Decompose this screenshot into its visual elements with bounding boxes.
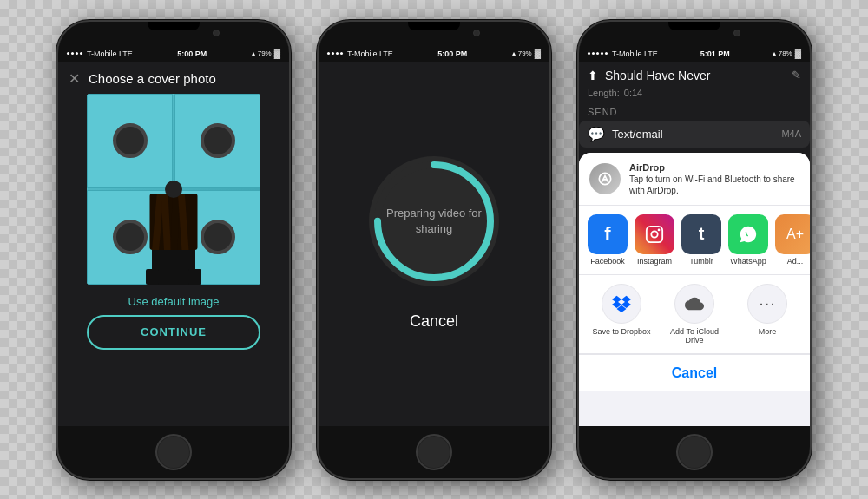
facebook-label: Facebook: [590, 257, 625, 266]
svg-rect-4: [647, 227, 662, 242]
app-more[interactable]: A+ Ad...: [775, 214, 810, 266]
length-row: Length: 0:14: [579, 88, 810, 103]
instagram-label: Instagram: [637, 257, 672, 266]
airdrop-row[interactable]: AirDrop Tap to turn on Wi-Fi and Bluetoo…: [579, 153, 810, 206]
close-button[interactable]: ✕: [69, 70, 80, 87]
icloud-label: Add To iCloud Drive: [661, 327, 728, 345]
status-carrier-3: T-Mobile LTE: [588, 49, 658, 58]
cancel-button-2[interactable]: Cancel: [410, 312, 458, 331]
dropbox-label: Save to Dropbox: [592, 327, 650, 336]
action-more[interactable]: ··· More: [733, 284, 801, 345]
phone-1: T-Mobile LTE 5:00 PM ▴ 79% ▓ ✕ Choose a …: [56, 20, 291, 480]
app-facebook[interactable]: f Facebook: [588, 214, 628, 266]
format-badge: M4A: [781, 128, 801, 139]
continue-button[interactable]: CONTINUE: [87, 315, 260, 350]
status-right-1: ▴ 79% ▓: [252, 49, 280, 58]
phone3-header: ⬆ Should Have Never ✎: [579, 62, 810, 88]
whatsapp-label: WhatsApp: [730, 257, 766, 266]
dropbox-icon: [602, 284, 641, 324]
phone1-bottom: [58, 426, 289, 478]
laundry-background: [87, 94, 260, 285]
status-right-3: ▴ 78% ▓: [773, 49, 801, 58]
send-row[interactable]: 💬 Text/email M4A: [579, 121, 810, 148]
phone-3: T-Mobile LTE 5:01 PM ▴ 78% ▓ ⬆ Should Ha…: [577, 20, 812, 480]
airdrop-text: AirDrop Tap to turn on Wi-Fi and Bluetoo…: [629, 161, 799, 196]
status-carrier-1: T-Mobile LTE: [67, 49, 133, 58]
status-carrier-2: T-Mobile LTE: [327, 49, 393, 58]
whatsapp-icon: [728, 214, 768, 254]
home-button-2[interactable]: [416, 434, 452, 470]
phone1-title: Choose a cover photo: [89, 71, 216, 86]
tumblr-icon: t: [681, 214, 721, 254]
airdrop-icon: [589, 163, 621, 194]
home-button-1[interactable]: [155, 434, 192, 470]
home-button-3[interactable]: [676, 434, 713, 470]
phone3-bottom: [579, 426, 810, 478]
facebook-icon: f: [588, 214, 628, 254]
phone2-screen: Preparing video for sharing Cancel: [319, 62, 549, 426]
phone-2: T-Mobile LTE 5:00 PM ▴ 79% ▓ Preparing v…: [317, 20, 551, 480]
more-label: More: [759, 327, 777, 336]
share-sheet: AirDrop Tap to turn on Wi-Fi and Bluetoo…: [579, 153, 810, 426]
status-bar-1: T-Mobile LTE 5:00 PM ▴ 79% ▓: [58, 46, 289, 62]
action-dropbox[interactable]: Save to Dropbox: [588, 284, 655, 345]
song-title: Should Have Never: [605, 69, 785, 82]
progress-ring: Preparing video for sharing: [369, 156, 499, 286]
more-app-icon: A+: [775, 214, 810, 254]
phone-1-top: [58, 22, 289, 46]
app-tumblr[interactable]: t Tumblr: [681, 214, 721, 266]
svg-point-5: [651, 231, 657, 237]
phone2-bottom: [319, 426, 549, 478]
icloud-icon: [674, 284, 714, 324]
phone1-header: ✕ Choose a cover photo: [58, 62, 289, 94]
front-camera-2: [473, 30, 480, 36]
phone1-screen: ✕ Choose a cover photo: [58, 62, 289, 426]
message-icon: 💬: [588, 126, 605, 142]
app-icons-row: f Facebook Instagram t Tumblr: [579, 206, 810, 275]
send-label: SEND: [579, 103, 810, 121]
status-bar-2: T-Mobile LTE 5:00 PM ▴ 79% ▓: [319, 46, 549, 62]
phone3-screen: ⬆ Should Have Never ✎ Length: 0:14 SEND …: [579, 62, 810, 426]
edit-icon[interactable]: ✎: [792, 69, 801, 82]
app-instagram[interactable]: Instagram: [635, 214, 674, 266]
action-icloud[interactable]: Add To iCloud Drive: [661, 284, 728, 345]
tumblr-label: Tumblr: [689, 257, 713, 266]
phone-2-top: [319, 22, 549, 46]
app-whatsapp[interactable]: WhatsApp: [728, 214, 768, 266]
phone-3-top: [579, 22, 810, 46]
default-image-link[interactable]: Use default image: [58, 295, 289, 308]
more-app-label: Ad...: [787, 257, 804, 266]
preparing-text: Preparing video for sharing: [369, 206, 499, 237]
share-cancel-button[interactable]: Cancel: [579, 354, 810, 391]
status-bar-3: T-Mobile LTE 5:01 PM ▴ 78% ▓: [579, 46, 810, 62]
instagram-icon: [635, 214, 674, 254]
svg-point-6: [658, 228, 661, 231]
share-icon: ⬆: [588, 69, 598, 82]
front-camera: [213, 30, 220, 36]
text-email-label: Text/email: [612, 128, 774, 141]
status-right-2: ▴ 79% ▓: [512, 49, 541, 58]
cover-photo-preview[interactable]: [87, 94, 260, 285]
action-icons-row: Save to Dropbox Add To iCloud Drive ··· …: [579, 275, 810, 354]
more-action-icon: ···: [747, 284, 787, 324]
front-camera-3: [733, 30, 740, 36]
